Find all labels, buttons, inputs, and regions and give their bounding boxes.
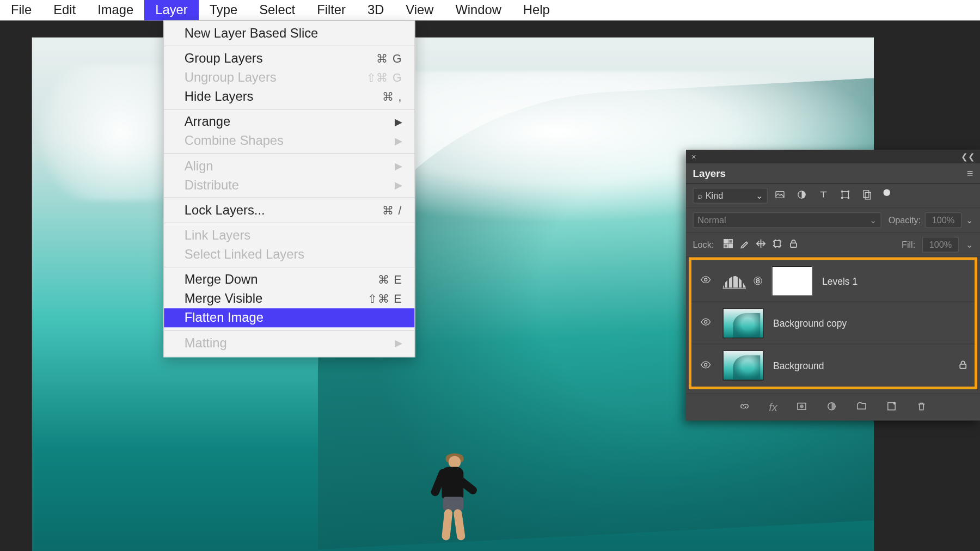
chevron-down-icon: ⌄ [756,191,763,201]
visibility-eye-icon[interactable] [699,316,714,329]
submenu-arrow-icon: ▶ [395,338,402,348]
mask-link-icon[interactable]: ⑧ [753,274,763,287]
canvas-surfer [431,456,471,545]
svg-point-17 [705,363,707,366]
filter-shape-icon[interactable] [840,189,851,203]
chevron-down-icon[interactable]: ⌄ [966,215,973,225]
layer-name[interactable]: Levels 1 [822,276,857,286]
layer-name[interactable]: Background copy [773,317,847,328]
delete-layer-icon[interactable] [916,401,927,414]
menuitem-group-layers[interactable]: Group Layers⌘ G [164,49,414,68]
menuitem-combine-shapes: Combine Shapes▶ [164,131,414,150]
menu-window[interactable]: Window [444,0,512,21]
menu-select[interactable]: Select [248,0,306,21]
filter-smartobject-icon[interactable] [862,189,873,203]
lock-transparency-icon[interactable] [724,239,733,250]
layer-mask-thumb[interactable] [772,266,813,296]
submenu-arrow-icon: ▶ [395,117,402,127]
panel-close-icon[interactable]: × [691,152,696,162]
filter-adjustment-icon[interactable] [797,189,807,203]
menuitem-align: Align▶ [164,157,414,176]
menuitem-lock-layers-[interactable]: Lock Layers...⌘ / [164,201,414,220]
menuitem-distribute: Distribute▶ [164,176,414,195]
link-layers-icon[interactable] [739,401,750,414]
svg-rect-18 [960,364,966,368]
svg-point-4 [848,191,849,192]
menuitem-merge-down[interactable]: Merge Down⌘ E [164,270,414,289]
svg-point-5 [841,197,843,199]
svg-rect-7 [863,191,869,198]
lock-all-icon[interactable] [789,239,799,250]
menuitem-hide-layers[interactable]: Hide Layers⌘ , [164,87,414,106]
menu-filter[interactable]: Filter [306,0,357,21]
layer-mask-icon[interactable] [797,401,807,414]
svg-rect-10 [729,240,733,243]
svg-rect-9 [724,240,728,243]
layer-fx-icon[interactable]: fx [769,401,777,414]
panel-collapse-icon[interactable]: ❮❮ [961,152,975,162]
layer-filter-row: ⌕ Kind ⌄ [686,184,980,209]
blend-row: Normal⌄ Opacity: 100% ⌄ [686,209,980,233]
panel-tabs: Layers ≡ [686,163,980,184]
submenu-arrow-icon: ▶ [395,161,402,172]
svg-rect-14 [791,243,797,247]
svg-rect-8 [865,192,871,199]
opacity-label: Opacity: [889,215,921,225]
fill-field[interactable]: 100% [922,237,959,253]
svg-point-15 [705,278,707,281]
menu-help[interactable]: Help [512,0,561,21]
adjustment-layer-icon[interactable] [826,401,837,414]
layer-row[interactable]: Background [691,345,975,387]
layer-row[interactable]: ⑧Levels 1 [691,260,975,303]
lock-artboard-icon[interactable] [773,239,782,250]
menuitem-arrange[interactable]: Arrange▶ [164,112,414,131]
lock-pixels-icon[interactable] [740,239,750,250]
layer-thumb[interactable] [723,351,764,381]
svg-rect-2 [842,192,849,198]
menu-edit[interactable]: Edit [42,0,87,21]
levels-histogram-icon [723,273,746,289]
lock-position-icon[interactable] [756,239,766,250]
visibility-eye-icon[interactable] [699,359,714,372]
chevron-down-icon[interactable]: ⌄ [966,240,973,250]
layers-highlight-box: ⑧Levels 1Background copyBackground [689,258,977,390]
opacity-field[interactable]: 100% [925,212,962,228]
svg-rect-11 [724,244,728,248]
svg-point-20 [800,404,804,408]
layer-lock-icon [958,360,968,371]
blend-mode-select[interactable]: Normal⌄ [693,212,882,228]
layer-name[interactable]: Background [773,360,824,371]
menuitem-matting: Matting▶ [164,334,414,353]
panel-footer: fx [686,394,980,421]
tab-layers[interactable]: Layers [693,168,726,179]
menu-3d[interactable]: 3D [357,0,395,21]
menu-image[interactable]: Image [87,0,144,21]
layer-menu-dropdown: New Layer Based SliceGroup Layers⌘ GUngr… [163,21,415,358]
lock-row: Lock: Fill: 100% ⌄ [686,233,980,258]
menu-view[interactable]: View [395,0,444,21]
layer-thumb[interactable] [723,308,764,338]
menu-file[interactable]: File [0,0,42,21]
menuitem-ungroup-layers: Ungroup Layers⇧⌘ G [164,68,414,87]
menu-layer[interactable]: Layer [144,0,198,21]
panel-menu-icon[interactable]: ≡ [967,167,973,180]
new-layer-icon[interactable] [886,401,897,414]
filter-type-icon[interactable] [818,189,829,203]
chevron-down-icon: ⌄ [869,215,877,225]
layer-row[interactable]: Background copy [691,302,975,345]
group-icon[interactable] [856,401,867,414]
panel-titlebar[interactable]: × ❮❮ [686,150,980,163]
menuitem-link-layers: Link Layers [164,226,414,245]
menuitem-merge-visible[interactable]: Merge Visible⇧⌘ E [164,289,414,308]
filter-kind-select[interactable]: ⌕ Kind ⌄ [693,188,768,204]
menuitem-flatten-image[interactable]: Flatten Image [164,308,414,327]
filter-toggle[interactable] [884,189,891,197]
svg-point-6 [848,197,849,199]
visibility-eye-icon[interactable] [699,274,714,287]
menuitem-new-layer-based-slice[interactable]: New Layer Based Slice [164,24,414,43]
menuitem-select-linked-layers: Select Linked Layers [164,245,414,264]
layers-panel: × ❮❮ Layers ≡ ⌕ Kind ⌄ Normal⌄ Opacity: … [686,150,980,421]
filter-pixel-icon[interactable] [775,189,786,203]
svg-point-16 [705,321,707,323]
menu-type[interactable]: Type [199,0,249,21]
